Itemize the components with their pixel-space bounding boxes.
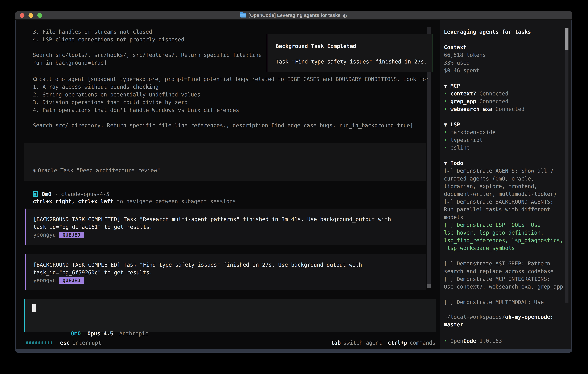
todo-checkbox: [ ] [444, 276, 454, 282]
collapse-arrow-icon: ▼ [444, 82, 451, 90]
shortcut-label: switch agent [343, 339, 382, 347]
todo-section-header[interactable]: ▼Todo [444, 159, 564, 167]
todo-item: [✓]Demonstrate AGENTS: Show all 7 curate… [444, 167, 564, 198]
oracle-task-card: ◉Oracle Task "Deep architecture review" … [24, 143, 426, 181]
text-line: Search src/tools/, src/hooks/, src/featu… [33, 51, 262, 59]
titlebar: [OpenCode] Leveraging agents for tasks ◐ [15, 11, 572, 20]
agent-model: claude-opus-4-5 [61, 190, 109, 198]
shortcut-label: interrupt [72, 339, 101, 347]
text-line [33, 43, 262, 51]
status-dot-icon: • [444, 136, 451, 144]
context-used: 33% used [444, 59, 564, 67]
desktop: [OpenCode] Leveraging agents for tasks ◐… [0, 0, 588, 374]
collapse-arrow-icon: ▼ [444, 159, 451, 167]
sidebar-scrollbar-thumb[interactable] [565, 28, 568, 50]
lsp-item: •typescript [444, 136, 564, 144]
subagent-navigation-hint: ctrl+x right, ctrl+x left to navigate be… [33, 197, 426, 205]
collapse-arrow-icon: ▼ [444, 121, 451, 128]
todo-item: [ ]Demonstrate MCP INTEGRATIONS: Use con… [444, 275, 564, 291]
agent-header: OmO · claude-opus-4-5 [33, 190, 109, 198]
tool-call-message: ⚙call_omo_agent [subagent_type=explore, … [33, 75, 429, 129]
close-button[interactable] [20, 13, 24, 18]
agent-icon-inner [34, 193, 36, 196]
toast-notification: Background Task Completed Task "Find typ… [267, 34, 432, 72]
status-dot-icon: • [444, 144, 451, 152]
input-agent-name: OmO [71, 331, 81, 337]
status-dot-icon: • [444, 98, 451, 105]
context-heading: Context [444, 43, 564, 51]
task-message-line: task_id="bg_6f59260c" to get results. [33, 269, 426, 276]
tool-call-line: 2. String operations on potentially unde… [33, 91, 429, 98]
separator-dot: · [55, 190, 58, 198]
tool-call-line: 4. Path operations that don't handle Win… [33, 106, 429, 114]
spinner-icon: ◐ [343, 13, 347, 18]
author-name: yeongyu [33, 231, 56, 239]
mcp-item: •grep_appConnected [444, 98, 564, 105]
gear-icon: ⚙ [33, 76, 38, 82]
maximize-button[interactable] [37, 13, 42, 18]
todo-checkbox: [✓] [444, 199, 454, 205]
version-line: •OpenCode1.0.163 [444, 337, 502, 345]
input-provider-name: Anthropic [119, 331, 148, 337]
notification-body: Task "Find type safety issues" finished … [276, 58, 432, 65]
lsp-item: •markdown-oxide [444, 128, 564, 136]
workspace-repo-line: ~/local-workspaces/oh-my-opencode: [444, 313, 564, 321]
main-scrollbar-thumb[interactable] [427, 284, 431, 288]
todo-item: [ ]Demonstrate MULTIMODAL: Use [444, 298, 564, 306]
task-meta: yeongyu QUEUED [33, 231, 426, 239]
shortcut-label: commands [410, 339, 435, 347]
text-line: 3. File handles or streams not closed [33, 28, 262, 36]
oracle-task-title-line: ◉Oracle Task "Deep architecture review" [33, 166, 426, 174]
context-tokens: 66,518 tokens [444, 51, 564, 59]
status-badge: QUEUED [59, 277, 84, 284]
task-message-line: [BACKGROUND TASK COMPLETED] Task "Resear… [33, 216, 426, 223]
version-number: 1.0.163 [479, 338, 502, 344]
tool-call-line [33, 114, 429, 122]
todo-item: [ ]Demonstrate LSP TOOLS: Use lsp_hover,… [444, 221, 564, 252]
task-message-line: task_id="bg_dcfac161" to get results. [33, 223, 426, 231]
sidebar: Leveraging agents for tasks Context 66,5… [440, 20, 571, 349]
traffic-lights [20, 13, 42, 18]
tool-call-line: ⚙call_omo_agent [subagent_type=explore, … [33, 75, 429, 83]
todo-item: [✓]Demonstrate BACKGROUND AGENTS: Run pa… [444, 198, 564, 221]
background-task-message: [BACKGROUND TASK COMPLETED] Task "Find t… [25, 254, 426, 290]
hint-text: to navigate between subagent sessions [114, 198, 236, 205]
chat-transcript: 3. File handles or streams not closed4. … [16, 20, 440, 349]
text-cursor [32, 304, 36, 312]
app-body: 3. File handles or streams not closed4. … [16, 20, 571, 349]
todo-checkbox: [ ] [444, 222, 454, 228]
context-spent: $0.46 spent [444, 67, 564, 74]
agent-icon [33, 191, 38, 197]
text-line: 4. LSP client connections not properly d… [33, 36, 262, 43]
window-title-text: [OpenCode] Leveraging agents for tasks [248, 13, 340, 18]
lsp-item: •eslint [444, 144, 564, 152]
prompt-input[interactable]: OmOOpus 4.5Anthropic [24, 299, 436, 332]
todo-checkbox: [✓] [444, 168, 454, 174]
oracle-icon: ◉ [33, 167, 36, 174]
status-dot-icon: • [444, 128, 451, 136]
task-message-line: [BACKGROUND TASK COMPLETED] Task "Find t… [33, 261, 426, 269]
sidebar-content: Leveraging agents for tasks Context 66,5… [444, 28, 564, 328]
assistant-message-text: 3. File handles or streams not closed4. … [33, 28, 262, 67]
shortcut-key: ctrl+x right, [33, 198, 78, 205]
author-name: yeongyu [33, 277, 56, 284]
tool-call-line: Search src/ directory. Return specific f… [33, 122, 429, 129]
agent-name: OmO [42, 190, 52, 198]
lsp-section-header[interactable]: ▼LSP [444, 121, 564, 128]
mcp-item: •websearch_exaConnected [444, 105, 564, 113]
status-dot-icon: • [444, 337, 451, 345]
workspace-path: ~/local-workspaces/oh-my-opencode: maste… [444, 313, 564, 329]
workspace-branch: master [444, 321, 564, 328]
background-task-message: [BACKGROUND TASK COMPLETED] Task "Resear… [25, 208, 426, 245]
mcp-section-header[interactable]: ▼MCP [444, 82, 564, 90]
todo-checkbox: [ ] [444, 260, 454, 267]
status-dot-icon: • [444, 105, 451, 113]
minimize-button[interactable] [29, 13, 33, 18]
todo-item: [ ]Demonstrate AST-GREP: Pattern search … [444, 260, 564, 275]
progress-dots-icon [26, 342, 52, 344]
sidebar-scrollbar[interactable] [565, 28, 568, 302]
status-shortcuts: tab switch agent ctrl+p commands [331, 339, 435, 347]
shortcut-key: tab [331, 339, 341, 347]
window-title: [OpenCode] Leveraging agents for tasks ◐ [240, 13, 347, 18]
tool-call-line: 3. Division operations that could divide… [33, 98, 429, 106]
